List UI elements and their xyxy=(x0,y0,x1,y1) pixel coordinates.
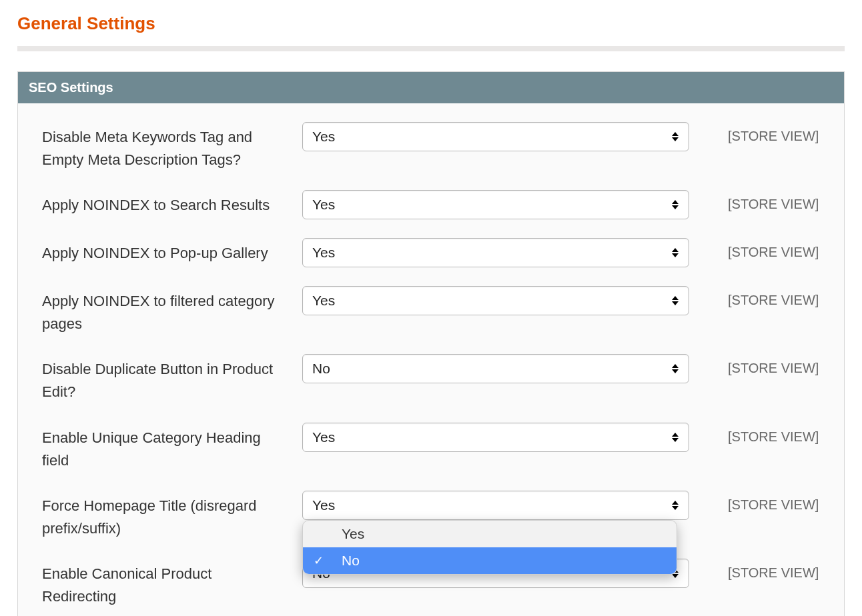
field-noindex-search: Apply NOINDEX to Search Results Yes [STO… xyxy=(42,190,820,219)
select-caret-icon xyxy=(671,499,679,511)
field-scope: [STORE VIEW] xyxy=(689,354,820,376)
select-value: No xyxy=(312,361,330,377)
select-value: Yes xyxy=(312,129,335,145)
field-label: Disable Meta Keywords Tag and Empty Meta… xyxy=(42,122,302,171)
field-unique-category-heading: Enable Unique Category Heading field Yes… xyxy=(42,423,820,472)
select-value: Yes xyxy=(312,245,335,261)
field-control: No xyxy=(302,354,689,383)
select-caret-icon xyxy=(671,131,679,143)
field-control: Yes xyxy=(302,238,689,267)
select-caret-icon xyxy=(671,431,679,443)
select-value: Yes xyxy=(312,197,335,213)
select-caret-icon xyxy=(671,199,679,211)
field-label: Apply NOINDEX to Pop-up Gallery xyxy=(42,238,302,265)
select-disable-duplicate-button[interactable]: No xyxy=(302,354,689,383)
section-body: Disable Meta Keywords Tag and Empty Meta… xyxy=(18,103,844,616)
field-scope: [STORE VIEW] xyxy=(689,491,820,513)
field-disable-duplicate-button: Disable Duplicate Button in Product Edit… xyxy=(42,354,820,403)
field-control: Yes xyxy=(302,190,689,219)
dropdown-option-yes[interactable]: ✓ Yes xyxy=(303,521,677,547)
select-unique-category-heading[interactable]: Yes xyxy=(302,423,689,452)
select-dropdown-open: ✓ Yes ✓ No xyxy=(302,520,677,575)
select-force-homepage-title[interactable]: Yes xyxy=(302,491,689,520)
select-caret-icon xyxy=(671,247,679,259)
select-value: Yes xyxy=(312,497,335,513)
field-scope: [STORE VIEW] xyxy=(689,286,820,308)
field-scope: [STORE VIEW] xyxy=(689,559,820,581)
field-control: No ✓ Yes ✓ No xyxy=(302,559,689,588)
field-label: Enable Canonical Product Redirecting xyxy=(42,559,302,608)
select-disable-meta-keywords[interactable]: Yes xyxy=(302,122,689,151)
field-noindex-popup-gallery: Apply NOINDEX to Pop-up Gallery Yes [STO… xyxy=(42,238,820,267)
field-noindex-filtered-category: Apply NOINDEX to filtered category pages… xyxy=(42,286,820,335)
select-caret-icon xyxy=(671,295,679,307)
page-title: General Settings xyxy=(17,13,845,34)
option-label: No xyxy=(324,553,360,569)
field-control: Yes xyxy=(302,423,689,452)
field-control: Yes xyxy=(302,122,689,151)
seo-settings-section: SEO Settings Disable Meta Keywords Tag a… xyxy=(17,71,845,616)
field-label: Force Homepage Title (disregard prefix/s… xyxy=(42,491,302,540)
field-canonical-product-redirecting: Enable Canonical Product Redirecting No … xyxy=(42,559,820,608)
field-control: Yes xyxy=(302,286,689,315)
field-scope: [STORE VIEW] xyxy=(689,238,820,260)
dropdown-option-no[interactable]: ✓ No xyxy=(303,547,677,574)
field-scope: [STORE VIEW] xyxy=(689,190,820,212)
field-scope: [STORE VIEW] xyxy=(689,423,820,445)
select-noindex-search[interactable]: Yes xyxy=(302,190,689,219)
select-value: Yes xyxy=(312,429,335,445)
select-noindex-filtered-category[interactable]: Yes xyxy=(302,286,689,315)
option-label: Yes xyxy=(324,526,364,542)
check-icon: ✓ xyxy=(312,553,324,568)
select-caret-icon xyxy=(671,363,679,375)
field-label: Disable Duplicate Button in Product Edit… xyxy=(42,354,302,403)
field-control: Yes xyxy=(302,491,689,520)
field-scope: [STORE VIEW] xyxy=(689,122,820,144)
select-value: Yes xyxy=(312,293,335,309)
select-noindex-popup-gallery[interactable]: Yes xyxy=(302,238,689,267)
section-header: SEO Settings xyxy=(18,72,844,103)
field-label: Apply NOINDEX to filtered category pages xyxy=(42,286,302,335)
field-label: Enable Unique Category Heading field xyxy=(42,423,302,472)
field-disable-meta-keywords: Disable Meta Keywords Tag and Empty Meta… xyxy=(42,122,820,171)
field-label: Apply NOINDEX to Search Results xyxy=(42,190,302,217)
title-divider xyxy=(17,46,845,51)
